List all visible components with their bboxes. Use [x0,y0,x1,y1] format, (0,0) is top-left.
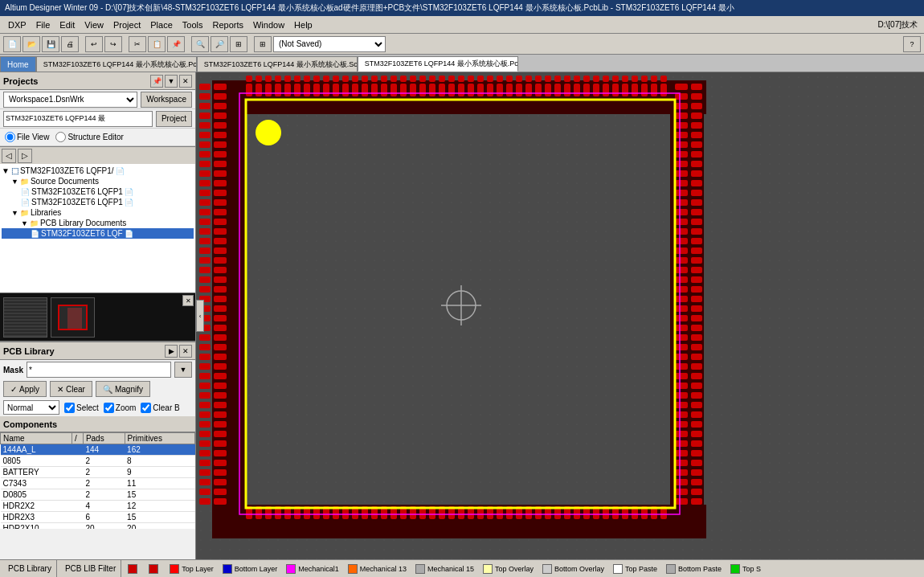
svg-rect-14 [214,141,227,148]
layer-top-paste[interactable]: Top Paste [610,564,660,574]
menu-place[interactable]: Place [145,18,178,31]
tab-pcbdoc[interactable]: STM32F103ZET6 LQFP144 最小系统核心板.PcbDoc [36,56,197,72]
select-checkbox[interactable] [64,403,75,413]
clearb-checkbox-label[interactable]: Clear B [141,403,179,413]
file-view-radio[interactable]: File View [5,132,49,142]
tb-fit[interactable]: ⊞ [230,36,247,52]
nav-back[interactable]: ◁ [2,149,16,163]
tree-root[interactable]: ▼ ⬚ STM32F103ZET6 LQFP1/ 📄 [2,166,194,176]
tab-home[interactable]: Home [0,56,36,72]
structure-editor-radio[interactable]: Structure Editor [55,132,123,142]
clearb-checkbox[interactable] [141,403,151,413]
svg-rect-187 [275,84,281,96]
layer-bot-paste[interactable]: Bottom Paste [663,564,725,574]
mask-dropdown-btn[interactable]: ▼ [174,362,192,378]
table-row[interactable]: 080528 [1,456,195,467]
tb-save[interactable]: 💾 [42,36,59,52]
tb-undo[interactable]: ↩ [85,36,103,52]
magnify-button[interactable]: 🔍 Magnify [96,381,150,397]
thumbnail-close[interactable]: ✕ [182,295,194,306]
layer-top-overlay[interactable]: Top Overlay [480,564,537,574]
project-field[interactable] [3,111,153,127]
nav-forward[interactable]: ▷ [18,149,32,163]
tree-source-docs[interactable]: ▼ 📁 Source Documents [2,176,194,186]
select-checkbox-label[interactable]: Select [64,403,99,413]
layer-bot-overlay[interactable]: Bottom Overlay [539,564,607,574]
svg-rect-114 [675,257,688,264]
table-row[interactable]: BATTERY29 [1,467,195,478]
svg-rect-112 [675,238,688,244]
col-primitives[interactable]: Primitives [125,433,194,444]
tree-libraries[interactable]: ▼ 📁 Libraries [2,207,194,218]
tb-file-dropdown[interactable]: (Not Saved) [273,36,386,52]
layer-mech15[interactable]: Mechanical 15 [412,564,477,574]
table-row[interactable]: HDR2X3615 [1,512,195,523]
table-row[interactable]: 144AA_L144162 [1,444,195,456]
layer-mech1[interactable]: Mechanical1 [283,564,342,574]
zoom-checkbox-label[interactable]: Zoom [104,403,137,413]
tb-help-btn[interactable]: ? [903,36,921,52]
menu-edit[interactable]: Edit [55,18,80,31]
comp-table-container[interactable]: Name / Pads Primitives 144AA_L1441620805… [0,432,195,529]
layer-indicator-1[interactable] [125,564,143,574]
menu-file[interactable]: File [31,18,55,31]
tb-cut[interactable]: ✂ [129,36,146,52]
layer-mech13[interactable]: Mechanical 13 [345,564,410,574]
layer-top[interactable]: Top Layer [166,564,217,574]
projects-menu-btn[interactable]: ▼ [165,75,178,88]
menu-reports[interactable]: Reports [207,18,248,31]
panel-collapse-arrow[interactable]: ‹ [196,300,204,332]
tree-pcblib-file[interactable]: 📄 STM32F103ZET6 LQF 📄 [2,228,194,239]
mode-dropdown[interactable]: Normal [3,400,59,415]
table-row[interactable]: HDR2X102020 [1,523,195,530]
zoom-checkbox[interactable] [104,403,114,413]
col-pads[interactable]: Pads [83,433,125,444]
col-sort[interactable]: / [72,433,83,444]
layer-tops[interactable]: Top S [727,564,764,574]
tree-pcbdoc-file[interactable]: 📄 STM32F103ZET6 LQFP1 📄 [2,186,194,197]
tree-pcblib-docs[interactable]: ▼ 📁 PCB Library Documents [2,218,194,228]
mask-input[interactable] [27,362,171,378]
comp-table-body: 144AA_L144162080528BATTERY29C7343211D080… [1,444,195,530]
options-row: Normal Select Zoom Clear B [0,399,195,416]
tb-open[interactable]: 📂 [22,36,40,52]
menu-tools[interactable]: Tools [178,18,208,31]
tb-paste[interactable]: 📌 [167,36,185,52]
menu-window[interactable]: Window [248,18,289,31]
pcblib-expand-btn[interactable]: ▶ [165,345,178,358]
svg-rect-182 [691,489,702,495]
projects-pin-btn[interactable]: 📌 [150,75,163,88]
layer-bottom[interactable]: Bottom Layer [219,564,281,574]
table-row[interactable]: HDR2X2412 [1,501,195,512]
clear-button[interactable]: ✕ Clear [50,381,92,397]
tb-print[interactable]: 🖨 [61,36,79,52]
tree-schdoc-file[interactable]: 📄 STM32F103ZET6 LQFP1 📄 [2,197,194,207]
tb-new[interactable]: 📄 [3,36,21,52]
tb-redo[interactable]: ↪ [104,36,122,52]
col-name[interactable]: Name [1,433,72,444]
table-row[interactable]: D0805215 [1,489,195,501]
pcblib-close-btn[interactable]: ✕ [179,345,192,358]
menu-view[interactable]: View [80,18,108,31]
menu-project[interactable]: Project [108,18,145,31]
apply-button[interactable]: ✓ Apply [3,381,47,397]
tb-copy[interactable]: 📋 [148,36,166,52]
table-row[interactable]: C7343211 [1,478,195,489]
tb-grid[interactable]: ⊞ [254,36,272,52]
menu-help[interactable]: Help [289,18,317,31]
svg-rect-58 [199,141,211,148]
svg-rect-61 [199,170,211,177]
svg-rect-64 [199,199,211,206]
project-button[interactable]: Project [156,111,192,127]
layer-indicator-2[interactable] [145,564,164,574]
projects-close-btn[interactable]: ✕ [179,75,192,88]
svg-rect-67 [199,228,211,235]
tb-zoom-out[interactable]: 🔎 [211,36,228,52]
canvas-area[interactable]: ‹ [196,72,924,559]
menu-dxp[interactable]: DXP [3,18,31,31]
workspace-button[interactable]: Workspace [141,92,192,108]
workspace-dropdown[interactable]: Workspace1.DsnWrk [3,92,137,108]
tb-zoom-in[interactable]: 🔍 [191,36,209,52]
tab-pcblib[interactable]: STM32F103ZET6 LQFP144 最小系统核心板.Pcb [358,56,518,72]
tab-schdoc[interactable]: STM32F103ZET6 LQFP144 最小系统核心板.SchDoc [197,56,358,72]
